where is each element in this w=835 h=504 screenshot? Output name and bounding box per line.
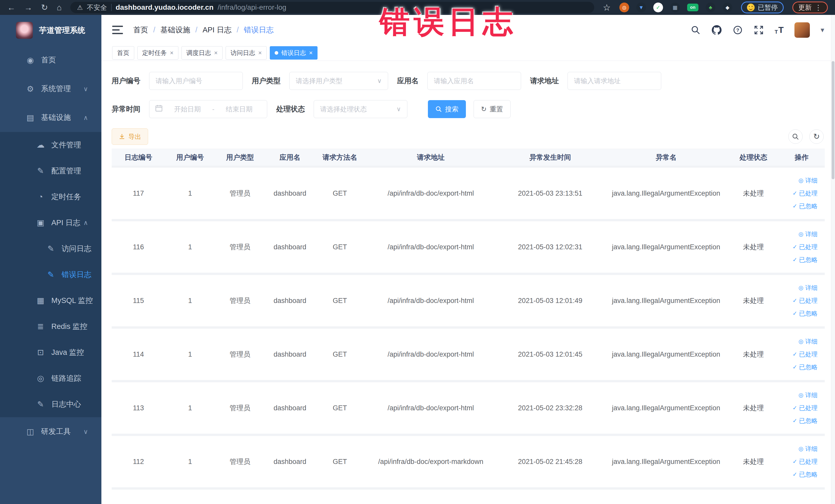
op-详细[interactable]: ◎详细	[798, 284, 817, 292]
ext-grid-icon[interactable]: ▦	[670, 3, 680, 12]
sidebar-item-dev-tools[interactable]: ◫研发工具∨	[0, 417, 101, 446]
sidebar-item-access-log[interactable]: ✎访问日志	[0, 236, 101, 262]
tab-access-log[interactable]: 访问日志×	[226, 46, 267, 60]
app-name-input[interactable]	[427, 72, 521, 90]
breadcrumb-item[interactable]: 首页	[133, 25, 148, 35]
tab-job-log[interactable]: 调度日志×	[182, 46, 223, 60]
ext-puzzle-icon[interactable]: ◆	[722, 3, 732, 12]
bookmark-star-icon[interactable]: ☆	[603, 2, 611, 13]
op-已忽略[interactable]: ✓已忽略	[793, 309, 817, 318]
breadcrumb-item[interactable]: 错误日志	[244, 25, 273, 35]
ext-on-badge-icon[interactable]: on	[687, 4, 698, 11]
close-tab-icon[interactable]: ×	[309, 49, 313, 57]
close-tab-icon[interactable]: ×	[170, 49, 174, 57]
ext-orange-icon[interactable]: ◍	[619, 3, 629, 12]
op-label: 已忽略	[799, 470, 817, 479]
op-已处理[interactable]: ✓已处理	[793, 189, 817, 198]
browser-back-icon[interactable]: ←	[7, 3, 15, 12]
cell-user_type: 管理员	[215, 457, 265, 466]
cell-status: 未处理	[729, 189, 778, 198]
sidebar-item-api-log[interactable]: ▣API 日志∧	[0, 210, 101, 236]
eye-icon: ◎	[798, 177, 803, 184]
recorder-paused-pill[interactable]: 已暂停	[741, 2, 784, 13]
user-id-input[interactable]	[149, 72, 243, 90]
op-已忽略[interactable]: ✓已忽略	[793, 202, 817, 210]
close-tab-icon[interactable]: ×	[258, 49, 262, 57]
sidebar-item-error-log[interactable]: ✎错误日志	[0, 262, 101, 287]
logo-row[interactable]: 芋道管理系统	[0, 15, 101, 46]
export-button[interactable]: 导出	[111, 128, 148, 145]
chevron-down-icon[interactable]: ▾	[821, 26, 824, 34]
op-详细[interactable]: ◎详细	[798, 391, 817, 399]
op-详细[interactable]: ◎详细	[798, 445, 817, 453]
sidebar-item-file[interactable]: ☁文件管理	[0, 132, 101, 158]
tab-error-log[interactable]: 错误日志×	[270, 46, 318, 60]
error-log-table: 日志编号用户编号用户类型应用名请求方法名请求地址异常发生时间异常名处理状态操作 …	[111, 149, 825, 490]
op-已忽略[interactable]: ✓已忽略	[793, 363, 817, 371]
hamburger-icon[interactable]	[112, 26, 123, 34]
toggle-search-button[interactable]	[788, 129, 803, 144]
sidebar-item-trace[interactable]: ◎链路追踪	[0, 365, 101, 391]
not-secure-label[interactable]: 不安全	[87, 3, 107, 12]
search-button-label: 搜索	[445, 105, 459, 114]
cell-app: dashboard	[265, 243, 315, 251]
address-bar[interactable]: ⚠ 不安全 dashboard.yudao.iocoder.cn /infra/…	[70, 2, 594, 13]
search-button[interactable]: 搜索	[428, 100, 466, 118]
op-已处理[interactable]: ✓已处理	[793, 243, 817, 251]
scrollbar-thumb[interactable]	[832, 61, 834, 179]
breadcrumb-item[interactable]: 基础设施	[160, 25, 190, 35]
op-详细[interactable]: ◎详细	[798, 176, 817, 185]
avatar[interactable]	[794, 22, 810, 38]
op-已忽略[interactable]: ✓已忽略	[793, 470, 817, 479]
eye-icon: ◎	[798, 392, 803, 399]
op-已忽略[interactable]: ✓已忽略	[793, 256, 817, 264]
page-scrollbar[interactable]	[831, 15, 835, 504]
browser-menu-icon[interactable]: ⋮	[815, 3, 822, 12]
sidebar-item-system[interactable]: ⚙系统管理∨	[0, 75, 101, 103]
user-type-select[interactable]: 请选择用户类型 ∨	[289, 72, 388, 90]
browser-forward-icon[interactable]: →	[24, 3, 32, 12]
sidebar-item-mysql[interactable]: ▦MySQL 监控	[0, 287, 101, 314]
reset-button[interactable]: ↻ 重置	[474, 100, 511, 118]
app-name-label: 应用名	[397, 76, 419, 86]
font-size-icon[interactable]: TT	[775, 25, 784, 35]
op-已处理[interactable]: ✓已处理	[793, 350, 817, 358]
close-tab-icon[interactable]: ×	[214, 49, 218, 57]
sidebar-item-job[interactable]: ◔定时任务	[0, 184, 101, 210]
sidebar-item-label: 日志中心	[51, 399, 81, 409]
sidebar-item-infra[interactable]: ▤基础设施∧	[0, 103, 101, 132]
help-icon[interactable]: ?	[733, 25, 743, 35]
op-详细[interactable]: ◎详细	[798, 230, 817, 238]
breadcrumb-item[interactable]: API 日志	[203, 25, 231, 35]
access-log-icon: ✎	[45, 244, 57, 254]
sidebar-item-java[interactable]: ⊡Java 监控	[0, 339, 101, 365]
tab-job[interactable]: 定时任务×	[137, 46, 178, 60]
home-gauge-icon: ◉	[25, 56, 36, 65]
exception-time-range-picker[interactable]: 开始日期 - 结束日期	[149, 100, 267, 118]
op-已处理[interactable]: ✓已处理	[793, 458, 817, 466]
op-已忽略[interactable]: ✓已忽略	[793, 417, 817, 425]
sidebar-item-home[interactable]: ◉首页	[0, 46, 101, 75]
refresh-table-button[interactable]: ↻	[809, 129, 824, 144]
browser-reload-icon[interactable]: ↻	[41, 3, 48, 12]
sidebar-item-log-center[interactable]: ✎日志中心	[0, 391, 101, 417]
op-已处理[interactable]: ✓已处理	[793, 297, 817, 305]
request-url-input[interactable]	[568, 72, 661, 90]
fullscreen-icon[interactable]	[754, 25, 764, 35]
sidebar-item-label: 配置管理	[51, 166, 81, 176]
sidebar-item-redis[interactable]: ≣Redis 监控	[0, 314, 101, 339]
process-status-select[interactable]: 请选择处理状态 ∨	[314, 100, 407, 118]
start-date-placeholder[interactable]: 开始日期	[165, 105, 210, 114]
op-已处理[interactable]: ✓已处理	[793, 404, 817, 412]
op-详细[interactable]: ◎详细	[798, 337, 817, 346]
browser-update-button[interactable]: 更新 ⋮	[792, 2, 828, 13]
ext-shield-icon[interactable]: ▼	[636, 3, 646, 12]
sidebar-item-config[interactable]: ✎配置管理	[0, 158, 101, 184]
browser-home-icon[interactable]: ⌂	[57, 3, 62, 12]
end-date-placeholder[interactable]: 结束日期	[217, 105, 261, 114]
ext-sprout-icon[interactable]: ♣	[706, 3, 715, 12]
github-icon[interactable]	[712, 25, 722, 35]
search-icon[interactable]	[691, 25, 701, 35]
ext-green-check-icon[interactable]: ✓	[653, 3, 663, 12]
tab-home[interactable]: 首页	[112, 46, 134, 60]
